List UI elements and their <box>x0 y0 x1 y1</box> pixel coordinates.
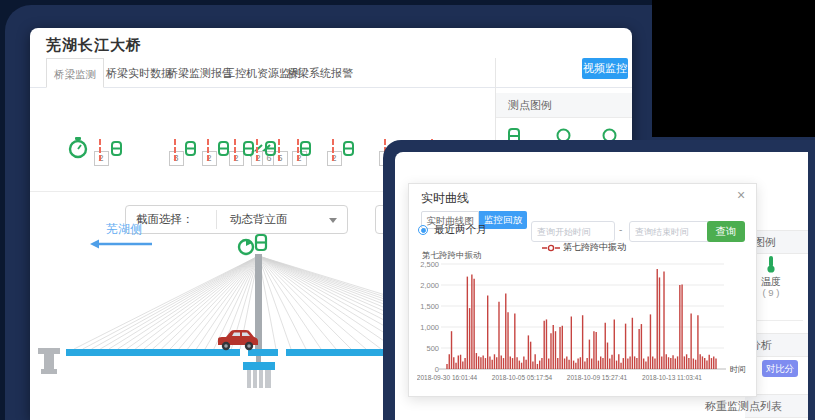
svg-text:2,000: 2,000 <box>420 281 439 290</box>
svg-text:时间: 时间 <box>730 365 746 374</box>
page-title: 芜湖长江大桥 <box>46 36 142 55</box>
link-sensor-icon[interactable] <box>218 141 229 156</box>
legend-panel-header: 测点图例 <box>496 93 632 118</box>
section-dropdown[interactable]: 动态背立面 <box>230 206 288 233</box>
stopwatch-icon[interactable] <box>68 137 88 159</box>
svg-text:2018-09-30 16:01:44: 2018-09-30 16:01:44 <box>417 374 478 381</box>
alarm-dash-line <box>278 139 280 161</box>
link-sensor-icon[interactable] <box>265 141 276 156</box>
left-pier <box>38 348 60 374</box>
sensor-count-badge: 2 <box>229 151 244 166</box>
panel-divider <box>757 320 803 321</box>
chart-legend[interactable]: 第七跨跨中振动 <box>542 236 626 248</box>
overlay-window-content: 测点图例 温度 ( 9 ) 对比分析 对比分析 称重监测点列表 实时曲线 × 实… <box>395 152 808 420</box>
car-graphic <box>218 330 258 350</box>
weigh-list-section-header: 称重监测点列表 <box>745 394 808 418</box>
link-sensor-icon[interactable] <box>111 141 122 156</box>
link-sensor-icon[interactable] <box>343 141 354 156</box>
close-icon[interactable]: × <box>737 187 745 203</box>
thermometer-icon[interactable] <box>766 256 776 273</box>
alarm-dash-line <box>207 139 209 161</box>
link-sensor-icon[interactable] <box>185 141 196 156</box>
svg-text:2,500: 2,500 <box>420 260 439 269</box>
tower-pier-cap <box>243 362 275 370</box>
alarm-dash-line <box>174 139 176 161</box>
sensor-count-badge: 2 <box>327 151 342 166</box>
compare-analysis-button[interactable]: 对比分析 <box>762 360 798 377</box>
link-sensor-icon[interactable] <box>256 235 266 250</box>
alarm-dash-line <box>332 139 334 161</box>
svg-text:0: 0 <box>435 365 439 374</box>
svg-text:2018-10-09 15:27:41: 2018-10-09 15:27:41 <box>567 374 628 381</box>
realtime-curve-dialog: 实时曲线 × 实时曲线图 监控回放 最近两个月 - 查询 第七跨跨中 <box>408 183 757 397</box>
alarm-dash-line <box>256 139 258 161</box>
tower-foundation <box>247 370 271 388</box>
bridge-deck <box>66 349 240 356</box>
sensor-count-badge: 2 <box>94 151 109 166</box>
svg-text:1,000: 1,000 <box>420 323 439 332</box>
query-button[interactable]: 查询 <box>707 221 745 242</box>
radio-label: 最近两个月 <box>434 223 487 237</box>
black-screen-region <box>652 0 815 137</box>
sensor-count-badge: 2 <box>202 151 217 166</box>
svg-text:2018-10-13 11:03:41: 2018-10-13 11:03:41 <box>642 374 702 381</box>
screen: 芜湖长江大桥 桥梁监测 桥梁实时数据 桥梁监测报告 工控机资源监测 桥梁系统报警… <box>0 0 815 420</box>
svg-text:500: 500 <box>426 344 439 353</box>
dialog-title: 实时曲线 <box>421 190 469 207</box>
overlay-window: 测点图例 温度 ( 9 ) 对比分析 对比分析 称重监测点列表 实时曲线 × 实… <box>383 140 815 420</box>
alarm-dash-line <box>99 139 101 161</box>
vibration-chart: 05001,0001,5002,0002,5002018-09-30 16:01… <box>417 248 758 394</box>
link-sensor-icon[interactable] <box>300 141 311 156</box>
chevron-down-icon[interactable] <box>329 218 337 223</box>
radio-dot <box>421 228 426 233</box>
alarm-dash-line <box>234 139 236 161</box>
date-range-separator: - <box>619 224 622 235</box>
section-selector-label: 截面选择： <box>136 206 194 233</box>
svg-text:1,500: 1,500 <box>420 302 439 311</box>
svg-text:2018-10-05 05:17:54: 2018-10-05 05:17:54 <box>492 374 553 381</box>
rotation-sensor-icon[interactable] <box>239 240 253 254</box>
selector-divider <box>216 210 217 229</box>
link-sensor-icon[interactable] <box>243 141 254 156</box>
weigh-list-header-text: 称重监测点列表 <box>705 395 782 417</box>
sensor-count-badge: 3 <box>169 151 184 166</box>
recent-two-months-radio[interactable] <box>418 225 428 235</box>
legend-panel-title: 测点图例 <box>508 93 552 117</box>
query-end-time-input[interactable] <box>629 221 713 242</box>
